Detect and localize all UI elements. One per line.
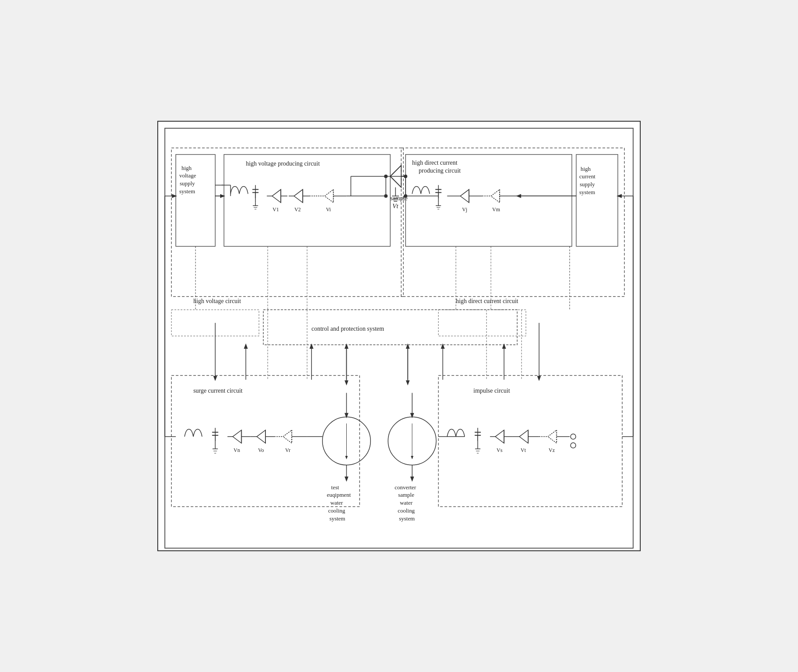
svg-rect-138 — [439, 310, 526, 336]
svg-text:Vo: Vo — [258, 447, 264, 453]
svg-marker-65 — [491, 189, 500, 202]
svg-text:system: system — [330, 515, 345, 522]
high-voltage-supply-label: high — [181, 165, 192, 171]
svg-text:Vs: Vs — [497, 447, 503, 453]
impulse-circuit-label: impulse circuit — [473, 387, 510, 394]
svg-marker-150 — [495, 430, 504, 443]
svg-marker-112 — [257, 430, 265, 443]
svg-text:V1: V1 — [272, 206, 279, 213]
svg-marker-60 — [460, 189, 469, 202]
hv-producing-label: high voltage producing circuit — [246, 160, 319, 167]
svg-point-47 — [384, 194, 388, 198]
svg-text:cooling: cooling — [398, 507, 415, 514]
svg-text:high direct current: high direct current — [412, 159, 457, 166]
surge-current-label: surge current circuit — [193, 387, 243, 394]
svg-text:system: system — [179, 188, 195, 195]
svg-text:Vi: Vi — [326, 206, 331, 213]
svg-text:euqipment: euqipment — [327, 491, 351, 498]
svg-marker-25 — [325, 189, 334, 202]
svg-text:supply: supply — [580, 181, 595, 188]
svg-text:Vz: Vz — [549, 447, 555, 453]
svg-text:Vj: Vj — [462, 206, 467, 213]
svg-marker-107 — [233, 430, 242, 443]
svg-text:producing circuit: producing circuit — [419, 167, 461, 174]
svg-text:cooling: cooling — [328, 507, 345, 514]
diagram-container: text { font-family: 'Times New Roman', T… — [157, 121, 641, 551]
svg-text:Vn: Vn — [234, 447, 240, 453]
high-current-supply-label: high — [580, 166, 591, 172]
svg-text:voltage: voltage — [179, 172, 196, 179]
svg-point-164 — [570, 434, 576, 439]
control-protection-label: control and protection system — [312, 325, 384, 332]
svg-marker-155 — [519, 430, 528, 443]
svg-marker-117 — [283, 430, 292, 443]
high-voltage-circuit-label: high voltage circuit — [193, 298, 241, 304]
svg-text:current: current — [579, 173, 595, 180]
svg-text:Vr: Vr — [285, 447, 290, 453]
svg-text:water: water — [330, 499, 343, 506]
svg-marker-20 — [294, 189, 303, 202]
svg-rect-6 — [224, 155, 390, 246]
converter-sample-label: converter — [395, 484, 417, 491]
svg-text:V2: V2 — [294, 206, 301, 213]
svg-rect-139 — [439, 376, 622, 507]
svg-text:system: system — [579, 189, 595, 195]
svg-text:sample: sample — [398, 491, 414, 498]
svg-text:Vt: Vt — [392, 202, 399, 210]
svg-marker-160 — [548, 430, 557, 443]
svg-text:Vt: Vt — [521, 447, 526, 453]
svg-text:water: water — [400, 499, 413, 506]
svg-marker-15 — [272, 189, 281, 202]
svg-text:Vm: Vm — [492, 206, 501, 213]
svg-rect-88 — [263, 310, 517, 345]
svg-rect-1 — [171, 148, 403, 297]
test-equipment-label: test — [331, 484, 339, 491]
hdc-circuit-label: high direct current circuit — [456, 298, 518, 304]
svg-point-165 — [570, 443, 576, 448]
svg-text:supply: supply — [180, 180, 195, 187]
svg-text:system: system — [399, 515, 415, 522]
